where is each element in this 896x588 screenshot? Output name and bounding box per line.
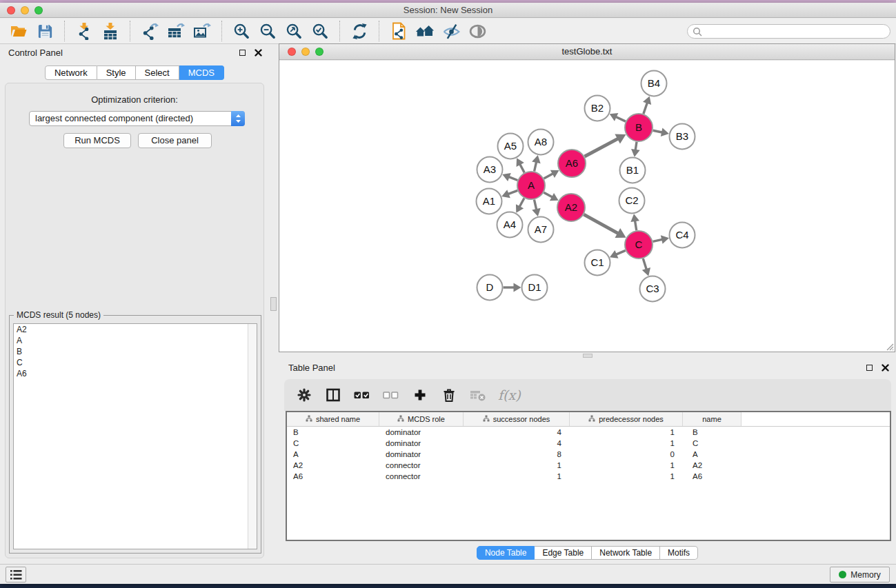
graph-node-A8[interactable]: A8 [528,130,554,155]
zoom-out-icon[interactable] [258,21,277,41]
mcds-result-item[interactable]: B [14,346,257,357]
graph-node-A2[interactable]: A2 [557,194,585,221]
zoom-in-icon[interactable] [232,21,251,41]
tab-node-table[interactable]: Node Table [477,546,535,560]
graph-node-A5[interactable]: A5 [498,134,524,159]
deselect-all-rows-icon[interactable] [382,386,400,404]
refresh-view-icon[interactable] [350,21,369,41]
close-window-button[interactable] [7,6,15,14]
float-panel-icon[interactable] [239,50,246,56]
column-layout-icon[interactable] [324,386,342,404]
column-header-shared-name[interactable]: shared name [287,412,379,426]
graph-node-B3[interactable]: B3 [670,124,695,150]
run-mcds-button[interactable]: Run MCDS [63,133,131,148]
export-network-icon[interactable] [140,21,159,41]
network-minimize-button[interactable] [301,48,310,56]
graph-node-A[interactable]: A [517,172,545,199]
graph-edge[interactable] [535,161,537,172]
column-header-predecessor-nodes[interactable]: predecessor nodes [570,412,683,426]
tab-select[interactable]: Select [136,65,179,80]
close-table-panel-icon[interactable] [882,364,889,372]
mcds-result-list[interactable]: A2ABCA6 [13,323,257,549]
network-maximize-button[interactable] [315,48,323,56]
graph-edge[interactable] [519,198,524,207]
network-canvas[interactable]: AA1A2A3A4A5A6A7A8BB1B2B3B4CC1C2C3C4DD1 [279,61,895,352]
save-session-icon[interactable] [35,21,54,41]
graph-edge[interactable] [585,139,619,156]
float-table-panel-icon[interactable] [866,365,873,371]
tab-style[interactable]: Style [97,65,136,80]
table-row[interactable]: Bdominator41B [287,427,890,438]
graph-edge[interactable] [653,130,664,132]
search-input[interactable] [704,25,884,38]
tab-motifs[interactable]: Motifs [660,546,698,560]
mcds-result-item[interactable]: A2 [14,324,257,335]
home-view-icon[interactable] [415,21,435,41]
network-graph[interactable]: AA1A2A3A4A5A6A7A8BB1B2B3B4CC1C2C3C4DD1 [279,61,895,352]
graph-edge[interactable] [584,214,619,234]
mcds-result-item[interactable]: A6 [14,368,257,379]
graph-node-C[interactable]: C [625,231,653,258]
delete-row-icon[interactable] [440,386,458,404]
column-header-successor-nodes[interactable]: successor nodes [464,412,570,426]
import-table-icon[interactable] [101,21,120,41]
export-image-icon[interactable] [192,21,212,41]
graph-edge[interactable] [508,190,518,194]
graph-edge[interactable] [615,116,626,121]
tab-network[interactable]: Network [45,65,97,80]
table-row[interactable]: Cdominator41C [287,438,890,449]
resize-grip-icon[interactable] [885,342,894,351]
result-scrollbar[interactable] [248,324,257,549]
tab-network-table[interactable]: Network Table [592,546,660,560]
graph-node-A4[interactable]: A4 [497,212,523,238]
graph-edge[interactable] [544,192,552,197]
mcds-result-item[interactable]: A [14,335,257,346]
function-builder-icon[interactable]: f(x) [498,387,521,403]
graph-node-D[interactable]: D [477,275,503,301]
open-session-icon[interactable] [9,21,28,41]
table-row[interactable]: Adominator80A [287,449,890,460]
export-table-icon[interactable] [166,21,186,41]
search-field[interactable] [687,24,890,39]
graph-node-C1[interactable]: C1 [585,250,610,276]
graph-edge[interactable] [519,163,524,172]
maximize-window-button[interactable] [34,6,43,14]
graph-node-B2[interactable]: B2 [585,96,610,121]
graph-node-A3[interactable]: A3 [477,157,503,183]
tab-edge-table[interactable]: Edge Table [535,546,592,560]
table-row[interactable]: A2connector11A2 [287,460,890,471]
close-panel-button[interactable]: Close panel [138,133,212,148]
optimization-criterion-select[interactable]: largest connected component (directed) [29,111,245,126]
horizontal-splitter-handle[interactable] [583,354,593,358]
graph-node-D1[interactable]: D1 [522,275,548,301]
delete-table-icon[interactable] [469,386,487,404]
zoom-selected-icon[interactable] [310,21,330,41]
network-from-document-icon[interactable] [389,21,408,41]
table-row[interactable]: A6connector11A6 [287,471,890,482]
import-network-icon[interactable] [74,21,94,41]
close-panel-icon[interactable] [255,49,262,57]
vertical-splitter-handle[interactable] [270,297,277,311]
toggle-visibility-icon[interactable] [468,21,487,41]
graph-node-C4[interactable]: C4 [670,223,695,248]
graph-edge[interactable] [643,258,646,270]
memory-button[interactable]: Memory [830,567,890,582]
graph-node-A7[interactable]: A7 [528,217,554,243]
graph-node-B1[interactable]: B1 [620,158,646,183]
graph-node-B4[interactable]: B4 [641,71,667,97]
graph-edge[interactable] [544,173,553,179]
graph-node-A1[interactable]: A1 [477,189,502,214]
graph-edge[interactable] [635,220,636,230]
node-table[interactable]: shared nameMCDS rolesuccessor nodesprede… [286,411,891,541]
minimize-window-button[interactable] [21,6,29,14]
graph-edge[interactable] [534,200,536,211]
column-header-mcds-role[interactable]: MCDS role [379,412,464,426]
graph-node-C3[interactable]: C3 [640,276,666,302]
graph-edge[interactable] [508,176,518,180]
graph-edge[interactable] [653,239,663,241]
network-close-button[interactable] [288,48,296,56]
mcds-result-item[interactable]: C [14,357,257,368]
graph-node-A6[interactable]: A6 [558,150,586,177]
tab-mcds[interactable]: MCDS [179,65,224,80]
column-header-name[interactable]: name [683,412,741,426]
